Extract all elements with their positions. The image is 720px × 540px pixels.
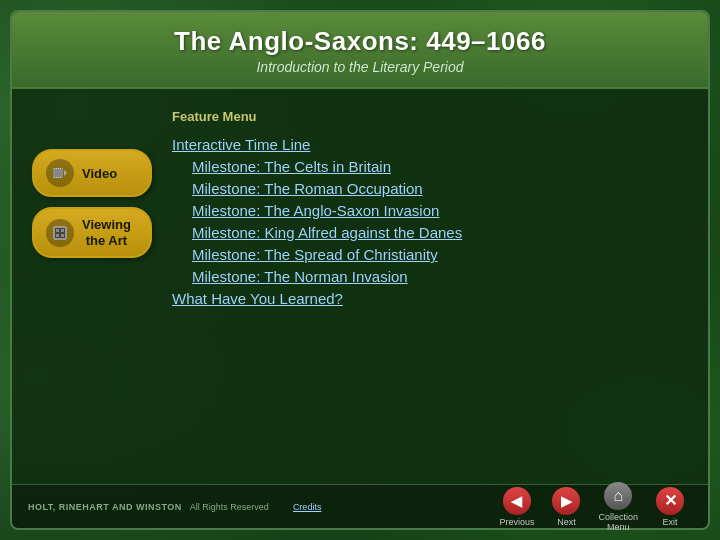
video-label: Video: [82, 166, 117, 181]
svg-rect-3: [58, 168, 59, 169]
svg-rect-4: [60, 168, 61, 169]
menu-list: Interactive Time Line Milestone: The Cel…: [172, 136, 688, 307]
milestone-anglosaxon-link[interactable]: Milestone: The Anglo-Saxon Invasion: [192, 202, 439, 219]
footer-nav: ◀ Previous ▶ Next ⌂ CollectionMenu ✕ Exi…: [491, 479, 692, 535]
list-item: Interactive Time Line: [172, 136, 688, 153]
svg-marker-9: [64, 170, 67, 176]
timeline-link[interactable]: Interactive Time Line: [172, 136, 310, 153]
footer-rights: All Rights Reserved: [188, 502, 269, 512]
svg-rect-5: [54, 177, 55, 178]
viewing-art-icon: [46, 219, 74, 247]
svg-rect-14: [56, 234, 59, 237]
list-item: Milestone: The Roman Occupation: [172, 180, 688, 197]
svg-rect-7: [58, 177, 59, 178]
left-panel: Video Viewingthe Art: [32, 149, 152, 474]
next-label: Next: [557, 517, 576, 527]
content-area: Video Viewingthe Art Feature Menu: [12, 89, 708, 484]
list-item: Milestone: King Alfred against the Danes: [172, 224, 688, 241]
exit-button[interactable]: ✕ Exit: [648, 484, 692, 530]
milestone-norman-link[interactable]: Milestone: The Norman Invasion: [192, 268, 408, 285]
what-learned-link[interactable]: What Have You Learned?: [172, 290, 343, 307]
viewing-art-button[interactable]: Viewingthe Art: [32, 207, 152, 258]
main-container: The Anglo-Saxons: 449–1066 Introduction …: [10, 10, 710, 530]
home-icon: ⌂: [604, 482, 632, 510]
next-button[interactable]: ▶ Next: [544, 484, 588, 530]
svg-rect-2: [56, 168, 57, 169]
right-panel: Feature Menu Interactive Time Line Miles…: [172, 109, 688, 474]
viewing-art-label: Viewingthe Art: [82, 217, 131, 248]
footer-logo: HOLT, RINEHART AND WINSTON: [28, 502, 182, 512]
video-button[interactable]: Video: [32, 149, 152, 197]
svg-rect-15: [61, 234, 64, 237]
svg-rect-0: [53, 168, 63, 178]
previous-icon: ◀: [503, 487, 531, 515]
next-icon: ▶: [552, 487, 580, 515]
list-item: Milestone: The Celts in Britain: [172, 158, 688, 175]
list-item: Milestone: The Spread of Christianity: [172, 246, 688, 263]
svg-rect-13: [61, 229, 64, 232]
milestone-alfred-link[interactable]: Milestone: King Alfred against the Danes: [192, 224, 462, 241]
footer-left: HOLT, RINEHART AND WINSTON All Rights Re…: [28, 502, 321, 512]
svg-rect-12: [56, 229, 59, 232]
milestone-christianity-link[interactable]: Milestone: The Spread of Christianity: [192, 246, 438, 263]
previous-label: Previous: [499, 517, 534, 527]
credits-link[interactable]: Credits: [293, 502, 322, 512]
header-title: The Anglo-Saxons: 449–1066: [32, 26, 688, 57]
svg-rect-8: [60, 177, 61, 178]
footer: HOLT, RINEHART AND WINSTON All Rights Re…: [12, 484, 708, 528]
collection-menu-label: CollectionMenu: [598, 512, 638, 532]
list-item: What Have You Learned?: [172, 290, 688, 307]
header-subtitle: Introduction to the Literary Period: [32, 59, 688, 75]
collection-menu-button[interactable]: ⌂ CollectionMenu: [590, 479, 646, 535]
list-item: Milestone: The Anglo-Saxon Invasion: [172, 202, 688, 219]
svg-rect-1: [54, 168, 55, 169]
feature-menu-label: Feature Menu: [172, 109, 688, 124]
video-icon: [46, 159, 74, 187]
milestone-roman-link[interactable]: Milestone: The Roman Occupation: [192, 180, 423, 197]
previous-button[interactable]: ◀ Previous: [491, 484, 542, 530]
milestone-celts-link[interactable]: Milestone: The Celts in Britain: [192, 158, 391, 175]
header: The Anglo-Saxons: 449–1066 Introduction …: [12, 12, 708, 89]
list-item: Milestone: The Norman Invasion: [172, 268, 688, 285]
exit-icon: ✕: [656, 487, 684, 515]
svg-rect-6: [56, 177, 57, 178]
exit-label: Exit: [662, 517, 677, 527]
